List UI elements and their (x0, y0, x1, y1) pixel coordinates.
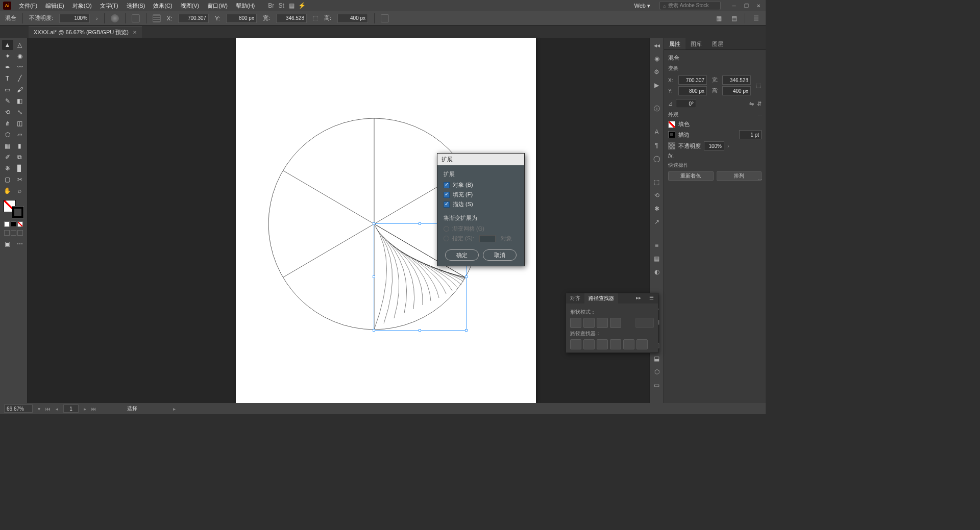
link-wh-prop-icon[interactable]: ⬚ (756, 74, 761, 97)
window-minimize[interactable]: ─ (730, 3, 738, 9)
arrange-docs-icon[interactable]: ▦ (287, 1, 296, 10)
edit-toolbar-icon[interactable]: ⋯ (14, 239, 26, 249)
type-tool[interactable]: T (2, 73, 13, 84)
pathfinder-panel-icon[interactable]: ✱ (652, 204, 662, 213)
tab-pathfinder[interactable]: 路径查找器 (584, 293, 618, 304)
gradient-mode-swatch[interactable] (11, 221, 16, 227)
pen-tool[interactable]: ✒ (2, 62, 13, 72)
eraser-tool[interactable]: ◧ (14, 96, 26, 106)
flip-v-icon[interactable]: ⇵ (757, 100, 762, 107)
magic-wand-tool[interactable]: ✦ (2, 51, 13, 61)
cancel-button[interactable]: 取消 (483, 249, 517, 261)
status-play-icon[interactable]: ▸ (173, 406, 176, 412)
opacity-input-prop[interactable]: 100% (704, 141, 724, 150)
scale-tool[interactable]: ⤡ (14, 107, 26, 117)
zoom-tool[interactable]: ⌕ (14, 186, 26, 196)
isolate-icon[interactable] (381, 14, 389, 22)
h-input[interactable]: 400 px (337, 14, 368, 23)
none-mode-swatch[interactable] (17, 221, 23, 227)
links-panel-icon[interactable]: ◐ (652, 267, 662, 276)
shape-builder-tool[interactable]: ⬡ (2, 130, 13, 140)
menu-type[interactable]: 文字(T) (96, 1, 122, 11)
width-tool[interactable]: ⋔ (2, 118, 13, 129)
swatches-panel-icon[interactable]: ⚙ (652, 67, 662, 77)
free-transform-tool[interactable]: ◫ (14, 118, 26, 129)
gradient-tool[interactable]: ▮ (14, 141, 26, 151)
glyphs-panel-icon[interactable]: ◯ (652, 154, 662, 163)
graph-tool[interactable]: ▊ (14, 163, 26, 173)
artboard-prev-icon[interactable]: ◂ (56, 406, 58, 412)
opacity-input[interactable]: 100% (59, 14, 90, 23)
artboard-last-icon[interactable]: ⏭ (91, 406, 96, 412)
recolor-icon[interactable] (111, 14, 119, 22)
stock-icon[interactable]: St (277, 1, 286, 10)
minus-front-button[interactable] (583, 318, 595, 328)
paintbrush-tool[interactable]: 🖌 (14, 85, 26, 95)
actions-panel-icon[interactable]: ⬓ (652, 354, 662, 363)
libraries-panel-icon[interactable]: ⬡ (652, 367, 662, 376)
menu-view[interactable]: 视图(V) (177, 1, 203, 11)
ctrl-opt1-icon[interactable]: ▦ (714, 14, 723, 23)
rectangle-tool[interactable]: ▭ (2, 85, 13, 95)
artboard-next-icon[interactable]: ▸ (84, 406, 86, 412)
x-input[interactable]: 700.307 (178, 14, 209, 23)
flip-h-icon[interactable]: ⇋ (749, 100, 754, 107)
merge-button[interactable] (597, 339, 608, 349)
direct-selection-tool[interactable]: △ (14, 40, 26, 50)
selection-tool[interactable]: ▲ (2, 40, 13, 50)
fill-swatch-prop[interactable] (668, 121, 675, 128)
fill-stroke-picker[interactable] (4, 200, 24, 218)
check-stroke[interactable]: 描边 (S) (444, 200, 518, 208)
y-input[interactable]: 800 px (226, 14, 257, 23)
hand-tool[interactable]: ✋ (2, 186, 13, 196)
curvature-tool[interactable]: 〰 (14, 62, 26, 72)
canvas[interactable] (28, 38, 649, 403)
type-panel-icon[interactable]: A (652, 128, 662, 137)
blend-tool[interactable]: ⧉ (14, 152, 26, 162)
draw-inside-icon[interactable] (17, 230, 23, 236)
ctrl-opt2-icon[interactable]: ▤ (729, 14, 739, 23)
unite-button[interactable] (570, 318, 581, 328)
zoom-input[interactable]: 66.67% (4, 405, 33, 413)
rotate-tool[interactable]: ⟲ (2, 107, 13, 117)
color-panel-icon[interactable]: ◉ (652, 54, 662, 63)
tab-libraries[interactable]: 图库 (685, 38, 707, 49)
rotation-input[interactable]: 0° (676, 99, 696, 108)
menu-window[interactable]: 窗口(W) (204, 1, 231, 11)
draw-normal-icon[interactable] (4, 230, 10, 236)
menu-edit[interactable]: 编辑(E) (42, 1, 68, 11)
prop-w-input[interactable]: 346.528 (722, 75, 751, 85)
exclude-button[interactable] (610, 318, 621, 328)
tab-layers[interactable]: 图层 (707, 38, 728, 49)
prop-y-input[interactable]: 800 px (678, 86, 707, 95)
zoom-dropdown-icon[interactable]: ▾ (38, 406, 40, 412)
menu-effect[interactable]: 效果(C) (150, 1, 176, 11)
screen-mode-icon[interactable]: ▣ (2, 239, 13, 249)
menu-object[interactable]: 对象(O) (69, 1, 95, 11)
trim-button[interactable] (583, 339, 595, 349)
outline-button[interactable] (623, 339, 634, 349)
dock-expand-icon[interactable]: ◂◂ (652, 41, 662, 50)
transform-ref-icon[interactable] (153, 14, 161, 22)
divide-button[interactable] (570, 339, 581, 349)
ok-button[interactable]: 确定 (445, 249, 479, 261)
gpu-icon[interactable]: ⚡ (297, 1, 306, 10)
slice-tool[interactable]: ✂ (14, 174, 26, 185)
crop-button[interactable] (610, 339, 621, 349)
paragraph-panel-icon[interactable]: ¶ (652, 141, 662, 150)
document-tab[interactable]: XXXX.ai* @ 66.67% (RGB/GPU 预览) ✕ (29, 27, 142, 38)
pencil-tool[interactable]: ✎ (2, 96, 13, 106)
menu-file[interactable]: 文件(F) (15, 1, 41, 11)
panel-menu-icon[interactable]: ☰ (645, 293, 658, 304)
minus-back-button[interactable] (636, 339, 648, 349)
transform-panel-icon[interactable]: ⬚ (652, 178, 662, 187)
artboard-tool[interactable]: ▢ (2, 174, 13, 185)
artboard-first-icon[interactable]: ⏮ (45, 406, 51, 412)
artboards-panel-icon[interactable]: ▦ (652, 254, 662, 263)
link-wh-icon[interactable]: ⬚ (313, 15, 318, 21)
symbol-sprayer-tool[interactable]: ❋ (2, 163, 13, 173)
w-input[interactable]: 346.528 (276, 14, 307, 23)
stroke-swatch-prop[interactable] (668, 131, 675, 138)
tab-align[interactable]: 对齐 (566, 293, 584, 304)
appearance-panel-icon[interactable]: ⓘ (652, 104, 662, 113)
